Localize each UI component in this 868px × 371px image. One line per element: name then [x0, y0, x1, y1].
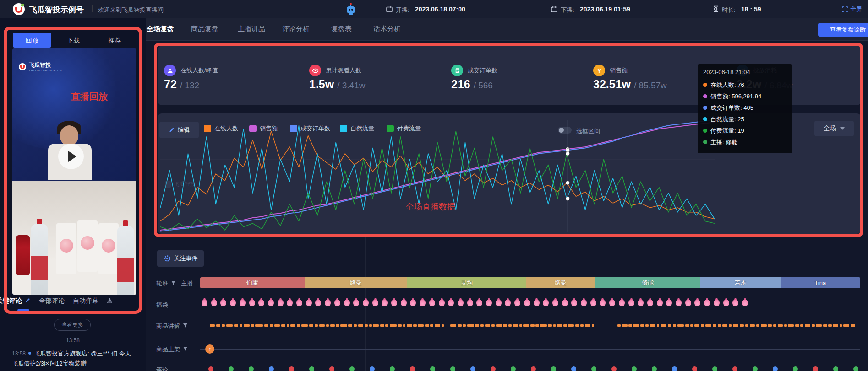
fudai-bag-icon[interactable] — [638, 300, 644, 306]
explain-marker[interactable] — [496, 324, 502, 327]
shift-路曼[interactable]: 路曼 — [526, 277, 595, 288]
tab-主播讲品[interactable]: 主播讲品 — [238, 25, 265, 33]
explain-marker[interactable] — [622, 324, 627, 327]
explain-marker[interactable] — [718, 324, 721, 327]
explain-marker[interactable] — [390, 324, 396, 327]
comment-marker[interactable] — [611, 366, 617, 371]
fudai-bag-icon[interactable] — [742, 300, 748, 306]
comment-marker[interactable] — [531, 366, 536, 371]
sidebar-tab-下载[interactable]: 下载 — [54, 33, 93, 48]
comment-marker[interactable] — [652, 366, 657, 371]
explain-marker[interactable] — [788, 324, 794, 327]
fudai-bag-icon[interactable] — [685, 300, 691, 306]
explain-marker[interactable] — [745, 324, 748, 327]
fudai-bag-icon[interactable] — [249, 300, 255, 306]
listing-marker[interactable]: ↑ — [205, 344, 214, 354]
explain-marker[interactable] — [373, 324, 379, 327]
explain-marker[interactable] — [756, 324, 759, 327]
explain-marker[interactable] — [264, 324, 268, 327]
explain-marker[interactable] — [812, 324, 815, 327]
video-player[interactable]: 飞瓜智投ZHITOU.FEIGUA.CN 直播回放 — [12, 48, 136, 295]
explain-marker[interactable] — [645, 324, 649, 327]
fudai-bag-icon[interactable] — [723, 300, 729, 306]
pencil-icon[interactable] — [30, 297, 31, 305]
fudai-bag-icon[interactable] — [448, 300, 454, 306]
comment-marker[interactable] — [229, 366, 234, 371]
explain-marker[interactable] — [530, 324, 535, 327]
comment-marker[interactable] — [672, 366, 677, 371]
fudai-bag-icon[interactable] — [496, 300, 502, 306]
fudai-bag-icon[interactable] — [609, 300, 615, 306]
fudai-bag-icon[interactable] — [704, 300, 710, 306]
explain-marker[interactable] — [557, 324, 562, 327]
download-icon[interactable] — [107, 297, 113, 305]
explain-marker[interactable] — [413, 324, 416, 327]
fudai-bag-icon[interactable] — [268, 300, 274, 306]
explain-marker[interactable] — [234, 324, 239, 327]
explain-marker[interactable] — [773, 324, 776, 327]
view-more-button[interactable]: 查看更多 — [54, 319, 91, 331]
fudai-bag-icon[interactable] — [202, 300, 207, 306]
range-dropdown[interactable]: 全场 — [814, 121, 854, 136]
explain-marker[interactable] — [475, 324, 479, 327]
explain-marker[interactable] — [315, 324, 318, 327]
explain-marker[interactable] — [800, 324, 803, 327]
explain-marker[interactable] — [240, 324, 242, 327]
fudai-bag-icon[interactable] — [401, 300, 407, 306]
explain-marker[interactable] — [287, 324, 289, 327]
explain-marker[interactable] — [336, 324, 339, 327]
fudai-bag-icon[interactable] — [571, 300, 577, 306]
comment-tab-全部评论[interactable]: 全部评论 — [39, 297, 65, 305]
fudai-bag-icon[interactable] — [230, 300, 236, 306]
fudai-bag-icon[interactable] — [619, 300, 625, 306]
explain-marker[interactable] — [358, 324, 363, 327]
comment-marker[interactable] — [511, 366, 516, 371]
explain-marker[interactable] — [270, 324, 273, 327]
explain-marker[interactable] — [290, 324, 295, 327]
fudai-bag-icon[interactable] — [505, 300, 511, 306]
explain-marker[interactable] — [251, 324, 254, 327]
fudai-bag-icon[interactable] — [344, 300, 350, 306]
explain-marker[interactable] — [226, 324, 233, 327]
fudai-bag-icon[interactable] — [211, 300, 217, 306]
fudai-bag-icon[interactable] — [486, 300, 492, 306]
explain-marker[interactable] — [640, 324, 644, 327]
comment-marker[interactable] — [853, 366, 858, 371]
explain-marker[interactable] — [713, 324, 717, 327]
shift-伯庸[interactable]: 伯庸 — [200, 277, 305, 288]
explain-marker[interactable] — [677, 324, 684, 327]
explain-marker[interactable] — [210, 324, 215, 327]
explain-marker[interactable] — [485, 324, 490, 327]
fudai-bag-icon[interactable] — [714, 300, 720, 306]
explain-marker[interactable] — [450, 324, 456, 327]
tab-评论分析[interactable]: 评论分析 — [282, 25, 310, 33]
explain-marker[interactable] — [833, 324, 838, 327]
explain-marker[interactable] — [750, 324, 755, 327]
comment-marker[interactable] — [470, 366, 475, 371]
explain-marker[interactable] — [740, 324, 744, 327]
explain-marker[interactable] — [385, 324, 388, 327]
shift-若木[interactable]: 若木 — [700, 277, 780, 288]
fudai-bag-icon[interactable] — [306, 300, 312, 306]
explain-marker[interactable] — [575, 324, 579, 327]
comment-marker[interactable] — [329, 366, 334, 371]
comment-marker[interactable] — [632, 366, 637, 371]
fudai-bag-icon[interactable] — [258, 300, 264, 306]
fudai-bag-icon[interactable] — [363, 300, 369, 306]
explain-marker[interactable] — [255, 324, 263, 327]
comment-marker[interactable] — [732, 366, 737, 371]
comment-marker[interactable] — [450, 366, 455, 371]
shift-路曼[interactable]: 路曼 — [305, 277, 408, 288]
explain-marker[interactable] — [580, 324, 584, 327]
explain-marker[interactable] — [442, 324, 444, 327]
explain-marker[interactable] — [297, 324, 300, 327]
explain-marker[interactable] — [668, 324, 672, 327]
view-diagnosis-button[interactable]: 查看复盘诊断 — [818, 23, 868, 37]
filter-icon[interactable] — [183, 346, 188, 353]
explain-marker[interactable] — [701, 324, 704, 327]
explain-marker[interactable] — [535, 324, 539, 327]
explain-marker[interactable] — [435, 324, 440, 327]
fudai-bag-icon[interactable] — [514, 300, 520, 306]
explain-marker[interactable] — [563, 324, 567, 327]
shift-Tina[interactable]: Tina — [781, 277, 860, 288]
